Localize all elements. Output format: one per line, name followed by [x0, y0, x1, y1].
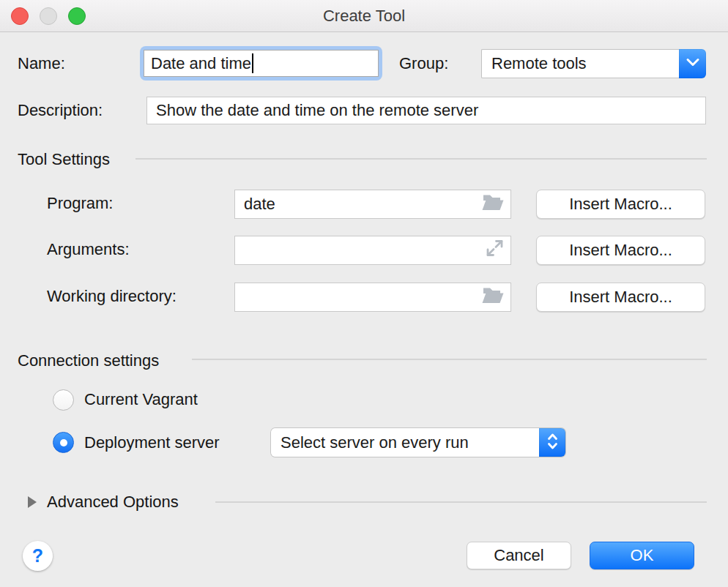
traffic-lights [11, 7, 86, 25]
working-directory-input[interactable] [234, 283, 511, 312]
section-divider [215, 501, 707, 503]
cancel-button[interactable]: Cancel [467, 542, 571, 569]
section-divider [135, 158, 707, 160]
program-input[interactable]: date [234, 190, 511, 219]
open-folder-icon[interactable] [481, 192, 505, 217]
description-input[interactable]: Show the date and time on the remote ser… [146, 97, 706, 124]
radio-current-vagrant-label[interactable]: Current Vagrant [84, 390, 198, 409]
group-label: Group: [399, 54, 448, 73]
working-directory-label: Working directory: [47, 287, 177, 306]
name-field-focus-ring: Date and time [140, 46, 382, 81]
tool-settings-heading: Tool Settings [18, 150, 110, 169]
section-divider [192, 359, 707, 360]
name-label: Name: [18, 54, 65, 73]
disclosure-triangle-icon[interactable] [28, 496, 37, 508]
insert-macro-button-working-directory[interactable]: Insert Macro... [536, 283, 705, 312]
title-bar: Create Tool [0, 0, 728, 32]
cancel-button-label: Cancel [494, 546, 543, 565]
create-tool-dialog: Create Tool Name: Date and time Group: R… [0, 0, 728, 587]
ok-button-label: OK [631, 546, 654, 565]
server-popup-button[interactable] [539, 428, 565, 457]
group-combobox[interactable]: Remote tools [481, 49, 706, 78]
chevrons-up-down-icon [546, 431, 559, 455]
server-popup-select[interactable]: Select server on every run [271, 428, 565, 457]
ok-button[interactable]: OK [590, 542, 694, 569]
program-input-value: date [244, 195, 275, 214]
close-button[interactable] [11, 7, 29, 25]
zoom-button[interactable] [68, 7, 86, 25]
arguments-input[interactable] [234, 236, 511, 265]
connection-settings-heading: Connection settings [18, 351, 159, 370]
radio-deployment-server[interactable] [53, 432, 74, 453]
insert-macro-label: Insert Macro... [569, 288, 672, 307]
arguments-label: Arguments: [47, 240, 130, 259]
group-combobox-value[interactable]: Remote tools [481, 49, 679, 78]
name-input-value: Date and time [151, 54, 251, 73]
minimize-button[interactable] [40, 7, 57, 25]
insert-macro-label: Insert Macro... [569, 241, 672, 260]
insert-macro-button-arguments[interactable]: Insert Macro... [536, 236, 705, 265]
advanced-options-heading[interactable]: Advanced Options [47, 493, 179, 512]
window-title: Create Tool [0, 0, 728, 31]
open-folder-icon[interactable] [481, 285, 505, 310]
name-input[interactable]: Date and time [144, 50, 379, 77]
group-dropdown-button[interactable] [679, 49, 706, 78]
text-cursor [252, 53, 253, 73]
radio-current-vagrant[interactable] [53, 389, 74, 411]
help-button[interactable]: ? [23, 541, 53, 571]
description-input-value: Show the date and time on the remote ser… [156, 101, 478, 120]
server-popup-value[interactable]: Select server on every run [271, 428, 539, 457]
radio-deployment-server-label[interactable]: Deployment server [84, 433, 220, 452]
program-label: Program: [47, 194, 113, 213]
description-label: Description: [18, 101, 103, 120]
expand-diagonal-icon[interactable] [485, 239, 505, 263]
insert-macro-label: Insert Macro... [569, 195, 672, 214]
insert-macro-button-program[interactable]: Insert Macro... [536, 190, 705, 219]
chevron-down-icon [686, 57, 700, 70]
question-mark-icon: ? [32, 545, 43, 567]
